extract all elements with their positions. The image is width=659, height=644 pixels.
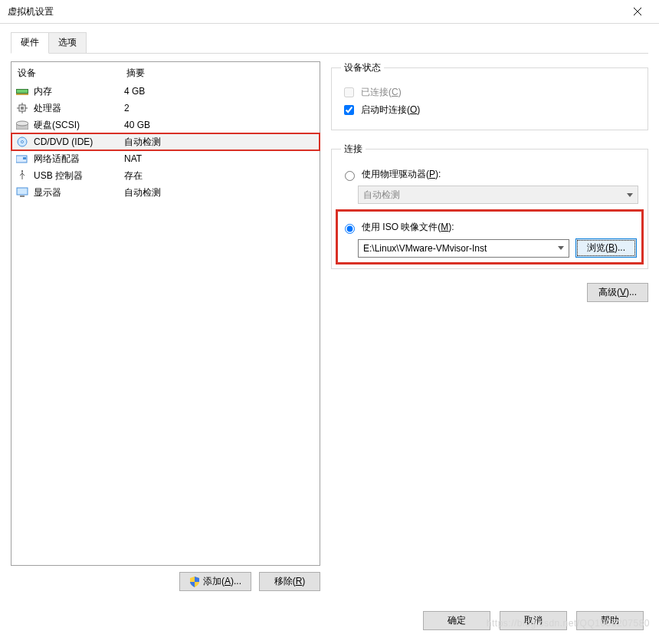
use-iso-label: 使用 ISO 映像文件(M): xyxy=(362,221,454,234)
device-name: 硬盘(SCSI) xyxy=(34,119,124,132)
svg-rect-16 xyxy=(23,157,26,159)
add-label: 添加(A)... xyxy=(203,575,241,588)
device-name: 显示器 xyxy=(34,186,124,199)
close-button[interactable] xyxy=(622,0,653,23)
tab-options[interactable]: 选项 xyxy=(48,32,87,54)
device-row-disk[interactable]: 硬盘(SCSI) 40 GB xyxy=(11,117,320,133)
device-summary: 自动检测 xyxy=(124,136,316,149)
svg-point-12 xyxy=(16,121,28,126)
physical-drive-dropdown: 自动检测 xyxy=(358,186,638,204)
device-name: 内存 xyxy=(34,85,124,98)
connection-group: 连接 使用物理驱动器(P): 自动检测 使用 ISO 映像文件(M): xyxy=(331,143,648,269)
connected-label: 已连接(C) xyxy=(361,86,402,99)
cpu-icon xyxy=(15,102,29,114)
browse-label: 浏览(B)... xyxy=(587,242,625,253)
connect-at-poweron-label: 启动时连接(O) xyxy=(361,104,420,117)
help-button[interactable]: 帮助 xyxy=(576,611,644,630)
add-device-button[interactable]: 添加(A)... xyxy=(179,572,251,591)
device-summary: 存在 xyxy=(124,169,316,182)
browse-button[interactable]: 浏览(B)... xyxy=(575,238,637,258)
svg-rect-18 xyxy=(17,188,28,195)
device-name: 网络适配器 xyxy=(34,153,124,166)
svg-point-17 xyxy=(21,170,23,172)
cd-icon xyxy=(15,136,29,148)
connect-at-poweron-checkbox[interactable] xyxy=(344,105,354,115)
chevron-down-icon xyxy=(627,193,633,197)
ok-button[interactable]: 确定 xyxy=(423,611,490,630)
uac-shield-icon xyxy=(189,577,200,587)
usb-icon xyxy=(15,169,29,182)
device-row-cpu[interactable]: 处理器 2 xyxy=(11,100,320,117)
svg-point-14 xyxy=(21,141,24,143)
nic-icon xyxy=(15,153,29,165)
device-status-group: 设备状态 已连接(C) 启动时连接(O) xyxy=(331,61,648,130)
title-bar: 虚拟机设置 xyxy=(0,0,659,24)
remove-label: 移除(R) xyxy=(274,575,306,588)
window-title: 虚拟机设置 xyxy=(8,5,622,18)
device-row-display[interactable]: 显示器 自动检测 xyxy=(11,184,320,201)
device-name: 处理器 xyxy=(34,102,124,115)
device-summary: NAT xyxy=(124,153,316,164)
header-device: 设备 xyxy=(18,67,126,80)
memory-icon xyxy=(15,85,29,97)
svg-rect-3 xyxy=(17,90,28,93)
device-row-cddvd[interactable]: CD/DVD (IDE) 自动检测 xyxy=(11,133,320,150)
advanced-label: 高级(V)... xyxy=(598,286,637,299)
tab-strip: 硬件 选项 xyxy=(11,31,648,53)
chevron-down-icon xyxy=(558,246,564,250)
device-row-usb[interactable]: USB 控制器 存在 xyxy=(11,167,320,184)
remove-device-button[interactable]: 移除(R) xyxy=(259,572,320,591)
iso-path-value: E:\Linux\VMware-VMvisor-Inst xyxy=(363,243,487,254)
device-list: 设备 摘要 内存 4 GB xyxy=(11,61,320,566)
cancel-button[interactable]: 取消 xyxy=(500,611,567,630)
display-icon xyxy=(15,186,29,199)
device-status-legend: 设备状态 xyxy=(341,61,384,74)
device-name: CD/DVD (IDE) xyxy=(34,136,124,147)
disk-icon xyxy=(15,119,29,131)
connected-checkbox xyxy=(344,87,354,97)
connection-legend: 连接 xyxy=(341,143,366,156)
tab-hardware[interactable]: 硬件 xyxy=(11,32,49,54)
svg-rect-4 xyxy=(16,94,28,95)
advanced-button[interactable]: 高级(V)... xyxy=(587,283,648,302)
device-summary: 2 xyxy=(124,103,316,113)
physical-drive-value: 自动检测 xyxy=(363,189,400,202)
device-row-nic[interactable]: 网络适配器 NAT xyxy=(11,150,320,167)
device-summary: 40 GB xyxy=(124,120,316,130)
use-physical-label: 使用物理驱动器(P): xyxy=(362,168,441,181)
device-name: USB 控制器 xyxy=(34,169,124,182)
dialog-button-row: 确定 取消 帮助 xyxy=(423,611,644,630)
svg-rect-6 xyxy=(21,107,24,110)
header-summary: 摘要 xyxy=(126,67,145,80)
use-physical-radio[interactable] xyxy=(345,171,355,181)
device-list-header: 设备 摘要 xyxy=(11,62,320,83)
device-summary: 4 GB xyxy=(124,86,316,97)
svg-rect-19 xyxy=(20,196,25,197)
device-summary: 自动检测 xyxy=(124,186,316,199)
iso-path-dropdown[interactable]: E:\Linux\VMware-VMvisor-Inst xyxy=(358,239,569,258)
device-row-memory[interactable]: 内存 4 GB xyxy=(11,83,320,100)
close-icon xyxy=(634,8,641,15)
use-iso-radio[interactable] xyxy=(345,224,355,234)
